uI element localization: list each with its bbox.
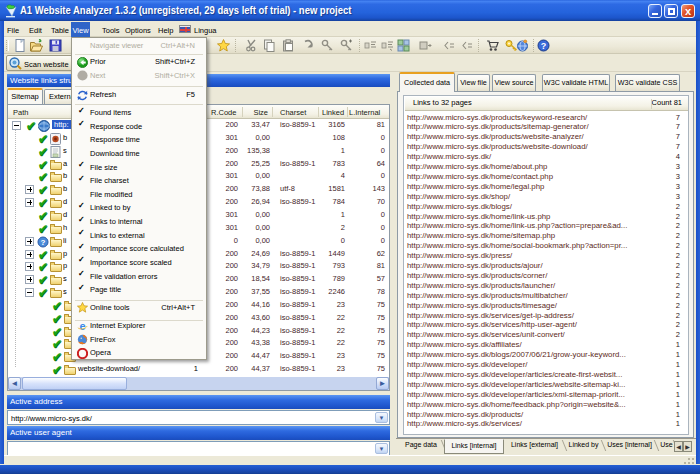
svg-text:?: ? xyxy=(541,41,547,51)
svg-text:?: ? xyxy=(41,238,46,247)
svg-text:e: e xyxy=(79,321,85,332)
